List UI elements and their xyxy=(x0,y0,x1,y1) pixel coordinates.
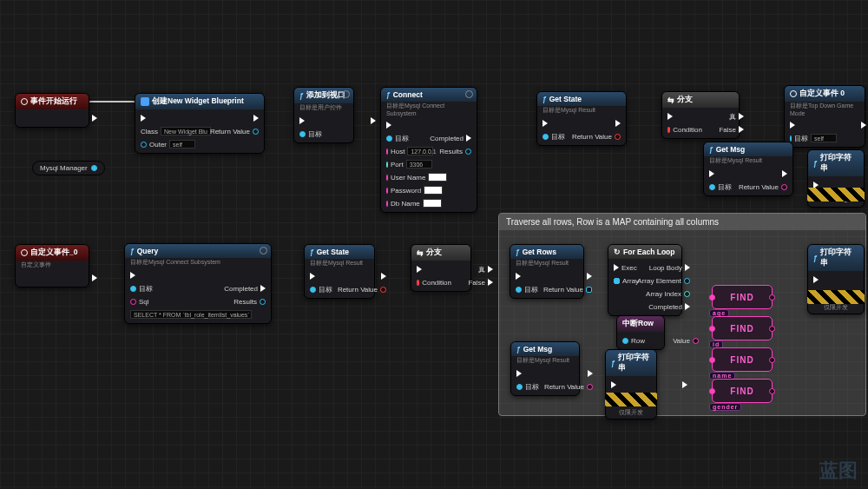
dev-only-stripe xyxy=(605,393,657,406)
find-node-gender[interactable]: FINDgender xyxy=(712,379,773,403)
get-rows-node[interactable]: ƒGet Rows 目标是Mysql Result 目标Return Value xyxy=(510,244,584,299)
event-icon xyxy=(21,249,28,256)
query-node[interactable]: ƒQuery 目标是Mysql Connect Subsystem 目标 Sql… xyxy=(124,243,272,324)
find-node-name[interactable]: FINDname xyxy=(712,347,773,372)
watermark: 蓝图 xyxy=(819,458,858,484)
node-title: 分支 xyxy=(426,248,442,258)
fn-icon: ƒ xyxy=(516,345,521,354)
fn-icon: ƒ xyxy=(310,248,314,256)
node-title: Get Msg xyxy=(523,345,553,354)
fn-icon: ƒ xyxy=(813,159,818,168)
branch-node-2[interactable]: ⇆分支 Condition真False xyxy=(411,244,471,292)
host-input[interactable]: 127.0.0.1 xyxy=(407,147,433,155)
node-title: 打印字符串 xyxy=(820,248,858,268)
get-msg-node-2[interactable]: ƒGet Msg 目标是Mysql Result 目标Return Value xyxy=(510,341,580,396)
node-title: 中断Row xyxy=(622,319,654,329)
mysql-manager-variable[interactable]: Mysql Manager xyxy=(32,161,105,175)
node-title: 分支 xyxy=(677,95,693,105)
create-widget-node[interactable]: 创建New Widget Blueprint ClassNew Widget B… xyxy=(135,93,265,154)
dev-only-stripe xyxy=(807,290,865,304)
fn-icon: ƒ xyxy=(813,254,818,262)
link-icon xyxy=(465,90,473,98)
custom-event-node[interactable]: 自定义事件_0 自定义事件 xyxy=(15,244,89,287)
fn-icon: ƒ xyxy=(299,91,304,100)
fn-icon: ƒ xyxy=(516,248,520,256)
get-msg-node-1[interactable]: ƒGet Msg 目标是Mysql Result 目标Return Value xyxy=(703,142,793,196)
get-state-node-1[interactable]: ƒGet State 目标是Mysql Result 目标 Return Val… xyxy=(536,91,627,146)
break-row-node[interactable]: 中断Row RowValue xyxy=(616,315,665,350)
for-each-loop-node[interactable]: ↻For Each Loop ExecArray Loop Body Array… xyxy=(608,244,682,316)
fn-icon: ƒ xyxy=(130,247,135,255)
event-begin-play-node[interactable]: 事件开始运行 xyxy=(15,93,89,128)
node-title: 打印字符串 xyxy=(618,353,651,373)
node-title: 打印字符串 xyxy=(820,153,858,174)
connect-node[interactable]: ƒConnect 目标是Mysql Connect Subsystem 目标 H… xyxy=(380,87,477,213)
node-title: Get Rows xyxy=(523,248,556,256)
class-dropdown[interactable]: New Widget Blu xyxy=(161,127,211,135)
node-title: For Each Loop xyxy=(623,248,675,256)
port-input[interactable]: 3306 xyxy=(406,160,432,169)
find-node-age[interactable]: FINDage xyxy=(712,285,773,309)
node-title: 添加到视口 xyxy=(306,90,345,101)
node-title: Query xyxy=(137,247,159,255)
link-icon xyxy=(342,90,350,98)
widget-icon xyxy=(141,97,149,106)
event-icon xyxy=(790,90,797,97)
custom-event-call-node[interactable]: 自定义事件 0 目标是Top Down Game Mode 目标self xyxy=(784,85,865,148)
fn-icon: ƒ xyxy=(611,359,615,367)
add-to-viewport-node[interactable]: ƒ添加到视口 目标是用户控件 目标 xyxy=(293,87,354,143)
node-title: 自定义事件_0 xyxy=(30,248,77,258)
branch-icon: ⇆ xyxy=(417,248,424,257)
print-string-node-2[interactable]: ƒ打印字符串 In String 仅限开发 xyxy=(605,349,657,420)
node-title: 自定义事件 0 xyxy=(799,89,845,99)
node-title: 事件开始运行 xyxy=(30,96,77,107)
node-title: Connect xyxy=(393,90,423,99)
node-title: 创建New Widget Blueprint xyxy=(152,96,244,107)
find-node-id[interactable]: FINDid xyxy=(712,316,773,340)
branch-node-1[interactable]: ⇆分支 Condition 真False xyxy=(661,91,740,139)
node-title: Get State xyxy=(549,95,582,103)
node-title: Get State xyxy=(317,248,349,256)
fn-icon: ƒ xyxy=(386,90,391,99)
link-icon xyxy=(260,247,267,254)
get-state-node-2[interactable]: ƒGet State 目标是Mysql Result 目标Return Valu… xyxy=(304,244,375,299)
branch-icon: ⇆ xyxy=(667,96,674,104)
fn-icon: ƒ xyxy=(542,95,547,103)
comment-title[interactable]: Traverse all rows, Row is a MAP containi… xyxy=(499,214,865,230)
fn-icon: ƒ xyxy=(709,145,713,154)
loop-icon: ↻ xyxy=(614,248,621,256)
dev-only-stripe xyxy=(807,188,865,202)
node-title: Get Msg xyxy=(716,145,746,154)
